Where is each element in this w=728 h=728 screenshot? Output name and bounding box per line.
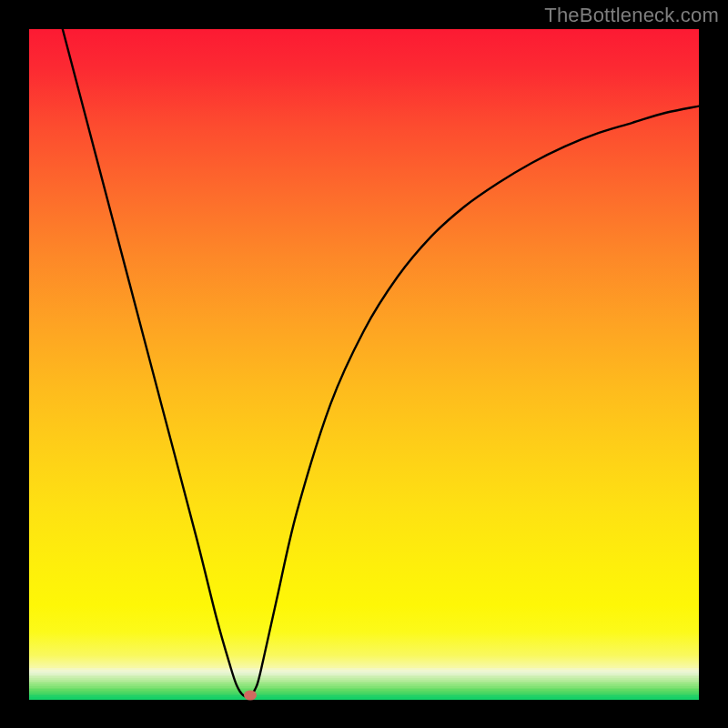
plot-area <box>29 29 699 699</box>
optimum-marker-icon <box>244 691 257 701</box>
curve-svg <box>29 29 699 699</box>
watermark-text: TheBottleneck.com <box>544 4 719 27</box>
chart-container: TheBottleneck.com <box>0 0 728 728</box>
bottleneck-curve-path <box>63 29 699 697</box>
